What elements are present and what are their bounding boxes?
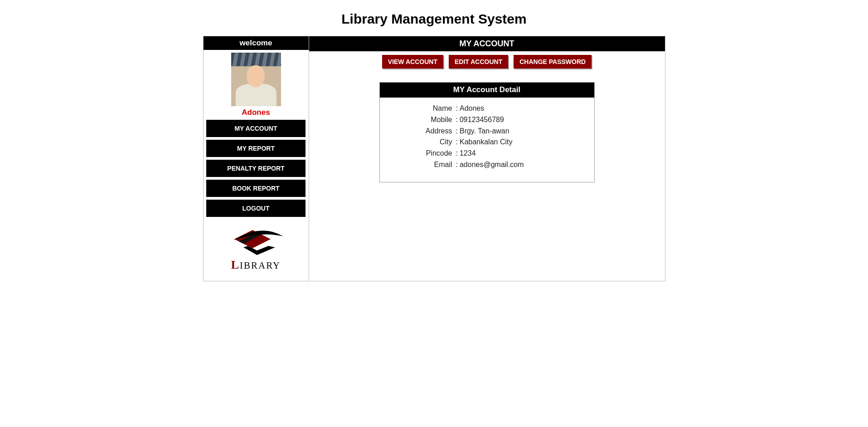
field-address: Address : Brgy. Tan-awan (387, 126, 587, 137)
field-label: City (387, 137, 454, 148)
field-email: Email : adones@gmail.com (387, 159, 587, 171)
account-detail-card: MY Account Detail Name : Adones Mobile :… (379, 82, 595, 182)
nav-logout[interactable]: LOGOUT (206, 200, 305, 217)
field-pincode: Pincode : 1234 (387, 148, 587, 159)
change-password-button[interactable]: CHANGE PASSWORD (514, 55, 592, 69)
logo-rest-letters: IBRARY (240, 260, 281, 271)
field-value: Adones (460, 103, 484, 114)
field-sep: : (454, 159, 460, 171)
edit-account-button[interactable]: EDIT ACCOUNT (449, 55, 508, 69)
nav-my-account[interactable]: MY ACCOUNT (206, 120, 305, 137)
field-label: Mobile (387, 114, 454, 126)
sidebar-welcome-header: welcome (204, 36, 309, 50)
username-label: Adones (242, 108, 270, 117)
field-label: Email (387, 159, 454, 171)
nav-my-report[interactable]: MY REPORT (206, 140, 305, 157)
field-sep: : (454, 126, 460, 137)
page-title: Library Management System (0, 0, 868, 36)
nav-penalty-report[interactable]: PENALTY REPORT (206, 160, 305, 177)
field-value: 1234 (460, 148, 476, 159)
view-account-button[interactable]: VIEW ACCOUNT (382, 55, 443, 69)
account-action-row: VIEW ACCOUNT EDIT ACCOUNT CHANGE PASSWOR… (309, 55, 665, 69)
field-label: Pincode (387, 148, 454, 159)
field-label: Address (387, 126, 454, 137)
field-city: City : Kabankalan City (387, 137, 587, 148)
field-sep: : (454, 114, 460, 126)
main-header-title: MY ACCOUNT (309, 36, 665, 51)
app-frame: welcome Adones MY ACCOUNT MY REPORT PENA… (203, 36, 665, 281)
sidebar: welcome Adones MY ACCOUNT MY REPORT PENA… (204, 36, 309, 281)
field-value: adones@gmail.com (460, 159, 524, 171)
field-name: Name : Adones (387, 103, 587, 114)
account-detail-header: MY Account Detail (380, 83, 594, 98)
main-panel: MY ACCOUNT VIEW ACCOUNT EDIT ACCOUNT CHA… (309, 36, 665, 281)
field-sep: : (454, 137, 460, 148)
avatar (231, 53, 281, 106)
account-detail-body: Name : Adones Mobile : 09123456789 Addre… (380, 98, 594, 182)
field-sep: : (454, 103, 460, 114)
sidebar-nav: MY ACCOUNT MY REPORT PENALTY REPORT BOOK… (206, 120, 305, 217)
field-mobile: Mobile : 09123456789 (387, 114, 587, 126)
field-label: Name (387, 103, 454, 114)
logo-label: LIBRARY (231, 258, 281, 272)
library-logo: LIBRARY (225, 223, 286, 272)
nav-book-report[interactable]: BOOK REPORT (206, 180, 305, 197)
field-value: Brgy. Tan-awan (460, 126, 509, 137)
field-sep: : (454, 148, 460, 159)
logo-first-letter: L (231, 258, 240, 271)
field-value: 09123456789 (460, 114, 504, 126)
field-value: Kabankalan City (460, 137, 513, 148)
books-icon (225, 223, 286, 257)
